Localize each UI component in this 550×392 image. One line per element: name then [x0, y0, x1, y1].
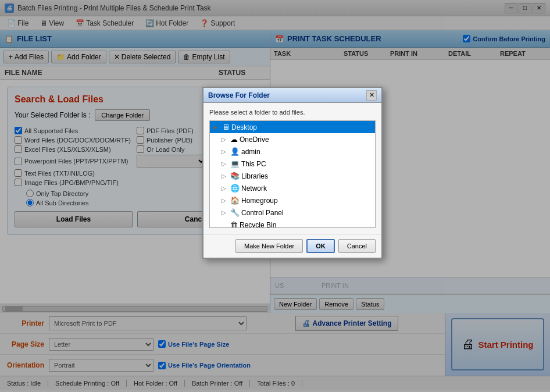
- tree-item-icon: 👤: [230, 147, 240, 156]
- tree-item-label: Libraries: [241, 172, 268, 180]
- tree-toggle-icon: ▷: [222, 185, 228, 191]
- tree-item-icon: 🖥: [222, 123, 230, 131]
- tree-item-label: Homegroup: [241, 197, 278, 205]
- tree-item[interactable]: ▷🌐Network: [210, 182, 375, 194]
- cancel-dialog-button[interactable]: Cancel: [338, 239, 376, 253]
- tree-item-icon: 🏠: [230, 196, 240, 205]
- tree-item[interactable]: ▷☁OneDrive: [210, 133, 375, 145]
- tree-toggle-icon: ▷: [222, 173, 228, 179]
- tree-toggle-icon: ▷: [222, 136, 228, 142]
- tree-item-label: OneDrive: [240, 136, 269, 144]
- dialog-instruction: Please select a folder to add files.: [209, 109, 376, 116]
- tree-item[interactable]: ▶🖥Desktop: [210, 121, 375, 133]
- tree-item-icon: 📚: [230, 172, 240, 180]
- tree-item-label: Network: [241, 184, 267, 193]
- tree-item-label: Recycle Bin: [240, 221, 276, 229]
- ok-button[interactable]: OK: [306, 239, 335, 253]
- dialog-footer: Make New Folder OK Cancel: [203, 234, 381, 258]
- tree-item[interactable]: ▷🔧Control Panel: [210, 206, 375, 219]
- tree-item-label: admin: [241, 148, 260, 156]
- tree-toggle-icon: ▷: [222, 161, 228, 167]
- tree-toggle-icon: ▶: [213, 124, 220, 130]
- tree-item-label: This PC: [241, 160, 266, 168]
- tree-item-icon: 🗑: [230, 220, 238, 228]
- make-new-folder-button[interactable]: Make New Folder: [235, 239, 303, 253]
- dialog-titlebar: Browse For Folder ✕: [203, 88, 381, 103]
- tree-item-icon: 💻: [230, 159, 240, 168]
- tree-item[interactable]: ▷💻This PC: [210, 158, 375, 170]
- tree-item-icon: ☁: [230, 135, 238, 144]
- tree-item-icon: 🔧: [230, 208, 240, 217]
- dialog-close-button[interactable]: ✕: [366, 90, 377, 101]
- browse-folder-dialog: Browse For Folder ✕ Please select a fold…: [202, 87, 383, 259]
- folder-tree[interactable]: ▶🖥Desktop▷☁OneDrive▷👤admin▷💻This PC▷📚Lib…: [209, 120, 376, 228]
- dialog-body: Please select a folder to add files. ▶🖥D…: [203, 103, 381, 234]
- tree-item-icon: 🌐: [230, 184, 240, 193]
- tree-item[interactable]: ▷🏠Homegroup: [210, 194, 375, 206]
- tree-toggle-icon: ▷: [222, 148, 228, 155]
- dialog-overlay: Browse For Folder ✕ Please select a fold…: [0, 0, 550, 392]
- tree-item-label: Desktop: [231, 123, 257, 131]
- tree-item-label: Control Panel: [241, 209, 284, 217]
- tree-item[interactable]: ▷👤admin: [210, 145, 375, 158]
- dialog-title: Browse For Folder: [208, 91, 366, 99]
- tree-item[interactable]: ▷📚Libraries: [210, 170, 375, 182]
- tree-toggle-icon: ▷: [222, 209, 228, 216]
- tree-item[interactable]: 🗑Recycle Bin: [210, 219, 375, 228]
- tree-toggle-icon: ▷: [222, 197, 228, 204]
